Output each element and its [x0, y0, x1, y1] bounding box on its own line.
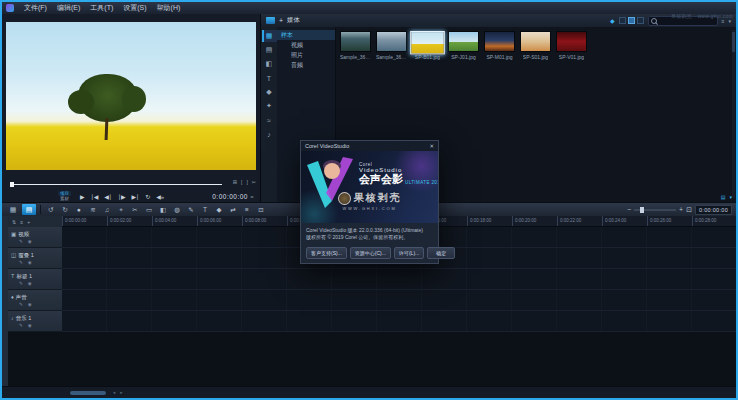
- cloud-sync-icon[interactable]: ▤: [721, 194, 726, 200]
- menu-item[interactable]: 编辑(E): [52, 2, 85, 14]
- media-thumbnail[interactable]: SP-J01.jpg: [448, 31, 479, 60]
- 3d-title-icon[interactable]: ◆: [213, 204, 225, 215]
- folder-tree-item[interactable]: 音频: [277, 60, 335, 70]
- media-thumbnail[interactable]: SP-B01.jpg: [412, 31, 443, 60]
- sound-mixer-icon[interactable]: ≋: [87, 204, 99, 215]
- track-edit-icon[interactable]: ✎: [19, 302, 23, 307]
- timecode-spinner-icon[interactable]: ◂▸: [250, 194, 254, 199]
- mask-creator-icon[interactable]: ◍: [171, 204, 183, 215]
- view-large-thumbnails[interactable]: [637, 17, 644, 24]
- scroll-left-icon[interactable]: ◂: [113, 390, 115, 395]
- track-list-icon[interactable]: ≡: [20, 219, 23, 225]
- menu-item[interactable]: 帮助(H): [152, 2, 186, 14]
- title-track[interactable]: T 标题 1 ✎ ◉: [8, 269, 62, 290]
- previous-frame-button[interactable]: ◀∣: [101, 193, 115, 200]
- mark-in-icon[interactable]: [: [241, 178, 242, 186]
- play-button[interactable]: ▶: [77, 193, 88, 200]
- track-visibility-icon[interactable]: ◉: [28, 239, 32, 244]
- auto-music-icon[interactable]: ♫: [101, 204, 113, 215]
- preview-mode[interactable]: 素材: [58, 196, 71, 202]
- track-swap-icon[interactable]: ⇅: [12, 219, 16, 225]
- subtitle-editor-icon[interactable]: ▭: [143, 204, 155, 215]
- view-small-thumbnails[interactable]: [619, 17, 626, 24]
- batch-convert-icon[interactable]: ⇄: [227, 204, 239, 215]
- next-frame-button[interactable]: ∣▶: [115, 193, 129, 200]
- media-thumbnail[interactable]: SP-S01.jpg: [520, 31, 551, 60]
- track-edit-icon[interactable]: ✎: [19, 260, 23, 265]
- track-edit-icon[interactable]: ✎: [19, 239, 23, 244]
- speech-to-text-icon[interactable]: T: [199, 204, 211, 215]
- media-thumbnail[interactable]: Sample_360v2.mp4: [376, 31, 407, 60]
- system-volume-button[interactable]: ◀»: [153, 193, 167, 200]
- media-thumbnail[interactable]: SP-V01.jpg: [556, 31, 587, 60]
- scrubber-handle[interactable]: [10, 182, 14, 187]
- track-lane[interactable]: [62, 269, 736, 290]
- redo-icon[interactable]: ↻: [59, 204, 71, 215]
- media-thumbnail[interactable]: SP-M01.jpg: [484, 31, 515, 60]
- motion-tracking-icon[interactable]: ⌖: [115, 204, 127, 215]
- track-visibility-icon[interactable]: ◉: [28, 302, 32, 307]
- motion-path-icon[interactable]: ≈: [262, 114, 277, 126]
- repeat-button[interactable]: ↻: [142, 193, 153, 200]
- menu-item[interactable]: 设置(S): [118, 2, 151, 14]
- track-visibility-icon[interactable]: ◉: [28, 260, 32, 265]
- dialog-button[interactable]: 许可(L)...: [394, 247, 424, 259]
- zoom-slider-handle[interactable]: [640, 207, 644, 213]
- preview-scrubber[interactable]: [10, 182, 222, 187]
- track-edit-icon[interactable]: ✎: [19, 281, 23, 286]
- dialog-titlebar[interactable]: Corel VideoStudio ✕: [301, 141, 438, 151]
- media-thumbnail[interactable]: Sample_360v1.mp4: [340, 31, 371, 60]
- dialog-button[interactable]: 资源中心(C)...: [350, 247, 391, 259]
- filter-icon[interactable]: ✦: [262, 100, 277, 112]
- track-lane[interactable]: [62, 290, 736, 311]
- storyboard-view-button[interactable]: ▦: [6, 204, 20, 215]
- track-visibility-icon[interactable]: ◉: [28, 323, 32, 328]
- track-lane[interactable]: [62, 311, 736, 332]
- undo-icon[interactable]: ↺: [45, 204, 57, 215]
- dialog-close-icon[interactable]: ✕: [429, 143, 434, 149]
- track-manager-icon[interactable]: ≡: [241, 204, 253, 215]
- title-icon[interactable]: T: [262, 72, 277, 84]
- horizontal-scrollbar-thumb[interactable]: [70, 391, 106, 395]
- video-track[interactable]: ▣ 视频 ✎ ◉: [8, 227, 62, 248]
- record-capture-icon[interactable]: ●: [73, 204, 85, 215]
- chroma-key-icon[interactable]: ⊡: [255, 204, 267, 215]
- ok-button[interactable]: 确定: [427, 247, 455, 259]
- painting-creator-icon[interactable]: ✎: [185, 204, 197, 215]
- graphic-icon[interactable]: ◆: [262, 86, 277, 98]
- fit-timeline-icon[interactable]: ⊡: [686, 205, 692, 215]
- folder-tree-item[interactable]: 视频: [277, 40, 335, 50]
- media-library-icon[interactable]: ▦: [262, 30, 277, 42]
- add-track-icon[interactable]: +: [27, 219, 30, 225]
- transition-icon[interactable]: ◧: [262, 58, 277, 70]
- menu-item[interactable]: 文件(F): [19, 2, 52, 14]
- track-edit-icon[interactable]: ✎: [19, 323, 23, 328]
- multi-camera-icon[interactable]: ◧: [157, 204, 169, 215]
- voice-track[interactable]: ♦ 声音 ✎ ◉: [8, 290, 62, 311]
- library-scrollbar[interactable]: [732, 30, 735, 198]
- menu-item[interactable]: 工具(T): [85, 2, 118, 14]
- import-media-icon[interactable]: ◆: [610, 17, 615, 24]
- folder-tree-item[interactable]: 照片: [277, 50, 335, 60]
- timeline-zoom-slider[interactable]: [634, 209, 676, 211]
- zoom-out-icon[interactable]: −: [627, 205, 631, 215]
- overlay-track[interactable]: ◫ 覆叠 1 ✎ ◉: [8, 248, 62, 269]
- dialog-button[interactable]: 客户支持(S)...: [306, 247, 347, 259]
- sound-icon[interactable]: ♪: [262, 128, 277, 140]
- split-clip-icon[interactable]: ✂: [129, 204, 141, 215]
- zoom-in-icon[interactable]: +: [679, 205, 683, 215]
- timeline-view-button[interactable]: ▤: [22, 204, 36, 215]
- split-clip-icon[interactable]: ✂: [252, 178, 256, 186]
- music-track[interactable]: ♪ 音乐 1 ✎ ◉: [8, 311, 62, 332]
- panel-collapse-icon[interactable]: ▾: [729, 194, 732, 200]
- folder-tree-item[interactable]: 样本: [277, 30, 335, 40]
- scroll-right-icon[interactable]: ▸: [120, 390, 122, 395]
- enlarge-preview-icon[interactable]: ⊞: [233, 178, 237, 186]
- preview-viewport[interactable]: [6, 22, 256, 170]
- view-medium-thumbnails[interactable]: [628, 17, 635, 24]
- home-button[interactable]: ∣◀: [88, 193, 102, 200]
- track-visibility-icon[interactable]: ◉: [28, 281, 32, 286]
- add-folder-button[interactable]: +: [279, 16, 283, 26]
- mark-out-icon[interactable]: ]: [246, 178, 247, 186]
- end-button[interactable]: ▶∣: [129, 193, 143, 200]
